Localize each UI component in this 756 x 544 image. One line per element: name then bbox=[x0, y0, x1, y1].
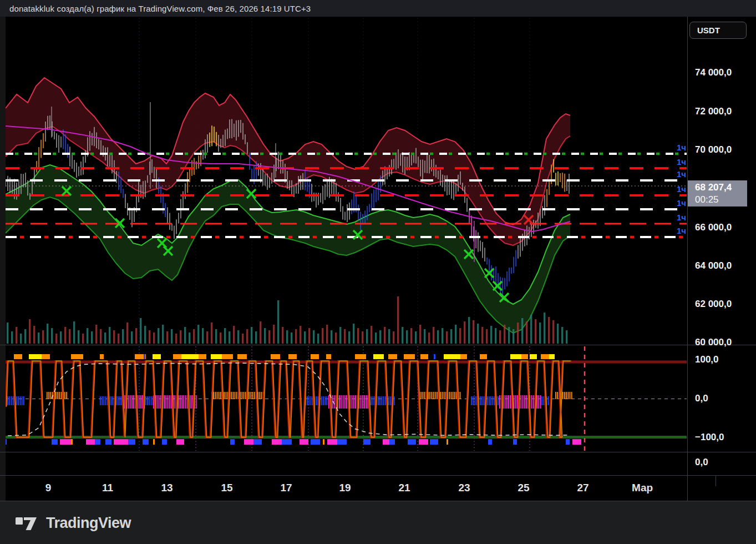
level-timeframe-label: 1ч bbox=[642, 198, 686, 208]
level-timeframe-label: 1ч bbox=[642, 169, 686, 179]
oscillator-tick-label: 0,0 bbox=[695, 393, 708, 404]
oscillator-tick-label: 100,0 bbox=[695, 354, 719, 365]
time-tick-label: 25 bbox=[507, 482, 540, 494]
tradingview-logo-icon bbox=[16, 513, 40, 532]
price-tick-label: 62 000,0 bbox=[695, 299, 732, 310]
tradingview-logo[interactable]: TradingView bbox=[16, 513, 131, 532]
price-tick-label: 70 000,0 bbox=[695, 144, 732, 155]
oscillator-tick-label: −100,0 bbox=[695, 432, 724, 443]
currency-toggle-button[interactable]: USDT bbox=[689, 22, 747, 39]
level-timeframe-label: 1ч bbox=[642, 226, 686, 235]
snapshot-footer: TradingView bbox=[0, 501, 756, 544]
time-tick-label: 19 bbox=[328, 482, 362, 494]
currency-label: USDT bbox=[697, 26, 720, 35]
time-tick-label: 23 bbox=[448, 482, 481, 494]
time-tick-label: 27 bbox=[566, 482, 600, 494]
time-tick-label: 9 bbox=[32, 482, 65, 494]
tradingview-logo-text: TradingView bbox=[46, 515, 131, 532]
bar-countdown: 00:25 bbox=[695, 194, 747, 206]
price-tick-label: 72 000,0 bbox=[695, 106, 732, 117]
time-tick-label: Мар bbox=[626, 482, 659, 494]
tradingview-snapshot: donatakkluk создал(а) график на TradingV… bbox=[0, 0, 756, 544]
price-tick-label: 66 000,0 bbox=[695, 222, 732, 233]
sub-panel-tick-label: 0,0 bbox=[695, 457, 708, 468]
level-timeframe-label: 1ч bbox=[642, 184, 686, 194]
snapshot-title: donatakkluk создал(а) график на TradingV… bbox=[9, 4, 311, 13]
level-timeframe-label: 1ч bbox=[642, 157, 686, 167]
time-tick-label: 21 bbox=[388, 482, 421, 494]
chart-canvas[interactable] bbox=[0, 17, 756, 501]
last-price-value: 68 207,4 bbox=[695, 182, 747, 194]
last-price-box: 68 207,4 00:25 bbox=[688, 180, 747, 206]
level-timeframe-label: 1ч bbox=[642, 143, 686, 152]
time-tick-label: 17 bbox=[270, 482, 303, 494]
time-tick-label: 11 bbox=[91, 482, 124, 494]
price-tick-label: 60 000,0 bbox=[695, 337, 732, 348]
price-tick-label: 74 000,0 bbox=[695, 67, 732, 78]
snapshot-header: donatakkluk создал(а) график на TradingV… bbox=[0, 0, 756, 17]
time-tick-label: 15 bbox=[210, 482, 243, 494]
time-tick-label: 13 bbox=[150, 482, 184, 494]
price-tick-label: 64 000,0 bbox=[695, 260, 732, 271]
level-timeframe-label: 1ч bbox=[642, 213, 686, 222]
